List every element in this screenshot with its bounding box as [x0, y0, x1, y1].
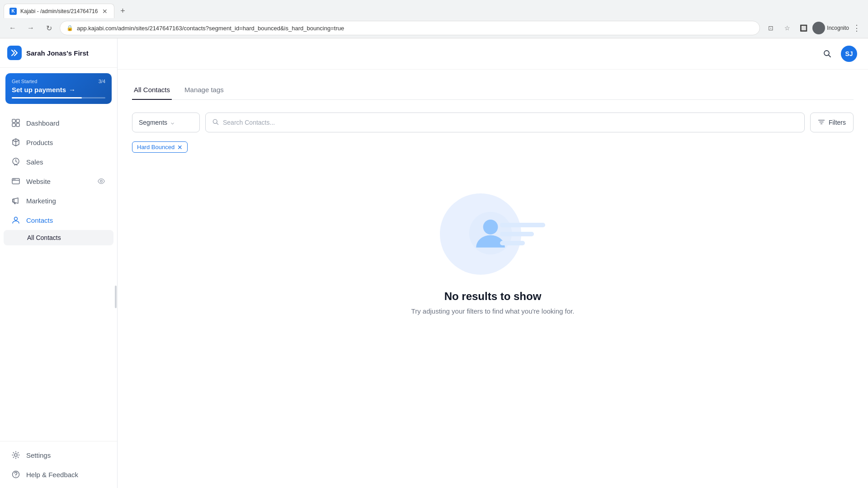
- segments-label: Segments: [139, 119, 167, 126]
- sidebar-scrollable: Get Started 3/4 Set up payments →: [0, 68, 117, 441]
- filter-icon: [818, 118, 825, 127]
- sidebar-item-dashboard[interactable]: Dashboard: [4, 113, 113, 132]
- sidebar: Sarah Jonas's First Get Started 3/4 Set …: [0, 38, 118, 488]
- help-label: Help & Feedback: [26, 471, 106, 479]
- segments-dropdown[interactable]: Segments ⌵: [132, 113, 200, 132]
- svg-point-15: [483, 220, 498, 235]
- svg-point-13: [213, 119, 217, 123]
- content-inner: All Contacts Manage tags Segments ⌵: [118, 70, 868, 353]
- eye-icon: [96, 176, 106, 186]
- sidebar-item-label: Products: [26, 139, 106, 146]
- contacts-icon: [11, 215, 21, 225]
- empty-state-title: No results to show: [444, 290, 542, 303]
- url-text: app.kajabi.com/admin/sites/2147647163/co…: [77, 25, 344, 32]
- top-header: SJ: [118, 38, 868, 70]
- forward-button[interactable]: →: [24, 21, 38, 35]
- get-started-label: Get Started 3/4: [12, 79, 105, 84]
- bookmark-button[interactable]: ☆: [780, 21, 794, 35]
- app-container: Sarah Jonas's First Get Started 3/4 Set …: [0, 38, 868, 488]
- empty-line-3: [500, 241, 525, 245]
- empty-lines: [500, 223, 545, 245]
- extension-button[interactable]: 🔲: [796, 21, 811, 35]
- sales-icon: [11, 157, 21, 167]
- get-started-progress: [12, 97, 105, 99]
- sidebar-item-help[interactable]: Help & Feedback: [4, 465, 113, 484]
- sidebar-item-settings[interactable]: Settings: [4, 446, 113, 465]
- filter-tag-hard-bounced: Hard Bounced ✕: [132, 141, 188, 153]
- address-bar[interactable]: 🔒 app.kajabi.com/admin/sites/2147647163/…: [60, 21, 760, 35]
- sidebar-item-label: Contacts: [26, 216, 106, 224]
- remove-filter-button[interactable]: ✕: [177, 144, 183, 150]
- help-icon: [11, 469, 21, 479]
- user-avatar[interactable]: SJ: [841, 46, 857, 62]
- sidebar-item-contacts[interactable]: Contacts: [4, 211, 113, 230]
- sidebar-item-sales[interactable]: Sales: [4, 152, 113, 171]
- profile-button[interactable]: [812, 22, 825, 34]
- tab-favicon: K: [9, 8, 17, 15]
- filter-tag-label: Hard Bounced: [137, 144, 175, 150]
- svg-rect-3: [16, 123, 19, 127]
- toolbar-actions: ⊡ ☆ 🔲 Incognito ⋮: [764, 21, 863, 35]
- svg-rect-0: [12, 119, 15, 122]
- new-tab-button[interactable]: +: [116, 5, 129, 17]
- search-icon: [212, 118, 219, 127]
- products-icon: [11, 137, 21, 147]
- svg-point-11: [15, 476, 16, 477]
- get-started-banner[interactable]: Get Started 3/4 Set up payments →: [5, 73, 112, 104]
- svg-point-7: [100, 180, 103, 183]
- empty-illustration: [420, 189, 565, 279]
- sidebar-item-label: Dashboard: [26, 119, 106, 127]
- incognito-label: Incognito: [827, 25, 849, 31]
- sidebar-nav: Dashboard Products: [0, 109, 117, 249]
- tabs: All Contacts Manage tags: [132, 80, 854, 100]
- svg-point-5: [13, 179, 14, 180]
- content-area: All Contacts Manage tags Segments ⌵: [118, 70, 868, 488]
- search-bar: [205, 113, 805, 132]
- svg-rect-2: [12, 123, 15, 127]
- filters-row: Segments ⌵: [132, 113, 854, 132]
- empty-state-subtitle: Try adjusting your filters to find what …: [411, 307, 575, 315]
- empty-line-2: [500, 232, 534, 236]
- filters-label: Filters: [829, 119, 846, 126]
- sidebar-item-website[interactable]: Website: [4, 172, 113, 191]
- search-input[interactable]: [223, 119, 798, 126]
- lock-icon: 🔒: [66, 25, 73, 31]
- sidebar-logo: [7, 46, 22, 60]
- sidebar-item-label: Website: [26, 178, 91, 185]
- active-filters: Hard Bounced ✕: [132, 141, 854, 153]
- sidebar-item-products[interactable]: Products: [4, 133, 113, 152]
- sidebar-item-label: Sales: [26, 158, 106, 166]
- browser-chrome: K Kajabi - /admin/sites/214764716 ✕ + ← …: [0, 0, 868, 38]
- chevron-down-icon: ⌵: [171, 119, 174, 126]
- back-button[interactable]: ←: [5, 21, 20, 35]
- sidebar-footer: Settings Help & Feedback: [0, 441, 117, 488]
- close-tab-icon[interactable]: ✕: [101, 8, 108, 15]
- browser-menu-button[interactable]: ⋮: [851, 21, 863, 35]
- tab-title: Kajabi - /admin/sites/214764716: [20, 8, 98, 14]
- tab-all-contacts[interactable]: All Contacts: [132, 80, 172, 100]
- cast-button[interactable]: ⊡: [764, 21, 778, 35]
- progress-fill: [12, 97, 82, 99]
- sidebar-subitem-all-contacts[interactable]: All Contacts: [4, 230, 113, 245]
- sidebar-header: Sarah Jonas's First: [0, 38, 117, 68]
- header-search-button[interactable]: [819, 46, 835, 62]
- tab-bar: K Kajabi - /admin/sites/214764716 ✕ +: [0, 0, 868, 18]
- tab-manage-tags[interactable]: Manage tags: [183, 80, 226, 100]
- filters-button[interactable]: Filters: [810, 113, 854, 132]
- svg-point-6: [14, 179, 15, 180]
- main-content: SJ All Contacts Manage tags Segments ⌵: [118, 38, 868, 488]
- get-started-title: Set up payments →: [12, 86, 105, 94]
- dashboard-icon: [11, 118, 21, 128]
- refresh-button[interactable]: ↻: [42, 21, 56, 35]
- sidebar-item-marketing[interactable]: Marketing: [4, 191, 113, 210]
- site-name: Sarah Jonas's First: [26, 49, 89, 57]
- empty-line-1: [500, 223, 545, 227]
- browser-toolbar: ← → ↻ 🔒 app.kajabi.com/admin/sites/21476…: [0, 18, 868, 38]
- settings-icon: [11, 450, 21, 460]
- svg-point-9: [14, 454, 17, 456]
- svg-point-12: [824, 51, 829, 56]
- settings-label: Settings: [26, 451, 106, 459]
- website-icon: [11, 176, 21, 186]
- sidebar-item-label: Marketing: [26, 197, 106, 205]
- browser-tab-active[interactable]: K Kajabi - /admin/sites/214764716 ✕: [4, 4, 114, 18]
